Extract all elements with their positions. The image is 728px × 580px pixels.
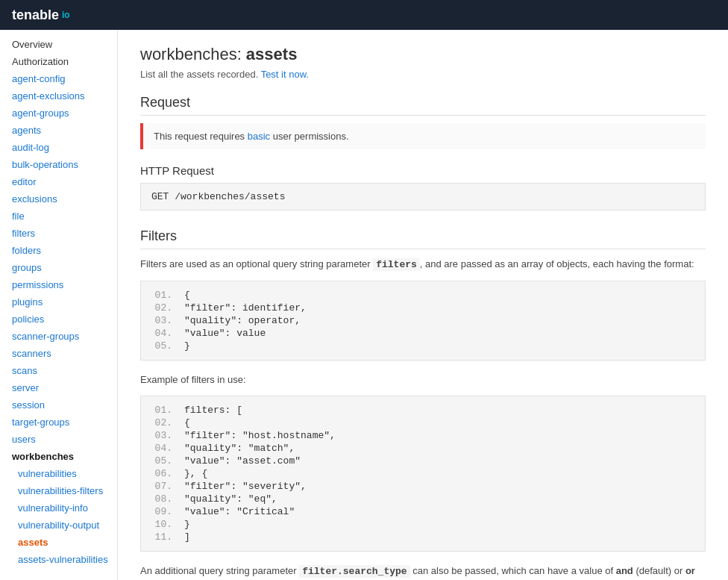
app-header: tenableio (0, 0, 728, 30)
sidebar-item-agent-config[interactable]: agent-config (0, 70, 117, 87)
additional-desc: An additional query string parameter fil… (140, 564, 706, 580)
code-line: 05.} (141, 340, 705, 352)
code-line: 02. "filter": identifier, (141, 302, 705, 314)
code-line: 06. }, { (141, 467, 705, 480)
filters-section-title: Filters (140, 228, 706, 249)
sidebar-item-editor[interactable]: editor (0, 173, 117, 190)
notice-box: This request requires basic user permiss… (140, 123, 706, 149)
filters-description: Filters are used as an optional query st… (140, 257, 706, 273)
test-it-now-link[interactable]: Test it now. (261, 69, 309, 80)
sidebar: OverviewAuthorizationagent-configagent-e… (0, 30, 118, 580)
page-title-bold: assets (246, 45, 298, 63)
http-request-title: HTTP Request (140, 164, 706, 177)
http-request-value: GET /workbenches/assets (151, 191, 285, 202)
sidebar-item-scanners[interactable]: scanners (0, 345, 117, 362)
sidebar-item-audit-log[interactable]: audit-log (0, 139, 117, 156)
sidebar-item-filters[interactable]: filters (0, 225, 117, 242)
logo-text: tenable (12, 7, 59, 23)
code-line: 10. } (141, 518, 705, 531)
sidebar-item-workbenches[interactable]: workbenches (0, 448, 117, 465)
logo-io: io (62, 10, 70, 20)
example-block: 01.filters: [02. {03. "filter": "host.ho… (140, 396, 706, 552)
sidebar-item-agent-groups[interactable]: agent-groups (0, 105, 117, 122)
logo: tenableio (12, 7, 70, 23)
filter-object-block: 01.{02. "filter": identifier,03. "qualit… (140, 281, 706, 361)
code-line: 02. { (141, 417, 705, 429)
main-content: workbenches: assets List all the assets … (118, 30, 728, 580)
code-line: 08. "quality": "eq", (141, 493, 705, 505)
code-line: 09. "value": "Critical" (141, 505, 705, 518)
page-title-prefix: workbenches: (140, 45, 246, 63)
example-label: Example of filters in use: (140, 372, 706, 388)
filter-search-type-code: filter.search_type (299, 565, 410, 578)
subtitle: List all the assets recorded. Test it no… (140, 69, 706, 80)
sidebar-item-vulnerabilities-filters[interactable]: vulnerabilities-filters (0, 482, 117, 499)
sidebar-item-policies[interactable]: policies (0, 311, 117, 328)
sidebar-item-authorization: Authorization (0, 53, 117, 70)
sidebar-item-permissions[interactable]: permissions (0, 276, 117, 293)
sidebar-item-vulnerabilities[interactable]: vulnerabilities (0, 465, 117, 482)
sidebar-item-agents[interactable]: agents (0, 122, 117, 139)
sidebar-item-folders[interactable]: folders (0, 242, 117, 259)
sidebar-item-plugins[interactable]: plugins (0, 293, 117, 311)
code-line: 07. "filter": "severity", (141, 480, 705, 493)
sidebar-item-bulk-operations[interactable]: bulk-operations (0, 156, 117, 173)
code-line: 04. "quality": "match", (141, 442, 705, 455)
sidebar-item-vulnerability-info[interactable]: vulnerability-info (0, 499, 117, 517)
code-line: 04. "value": value (141, 327, 705, 340)
sidebar-item-assets-vulnerabilities[interactable]: assets-vulnerabilities (0, 551, 117, 568)
sidebar-item-scanner-groups[interactable]: scanner-groups (0, 328, 117, 345)
code-line: 05. "value": "asset.com" (141, 455, 705, 467)
sidebar-item-session[interactable]: session (0, 396, 117, 414)
code-line: 01.filters: [ (141, 404, 705, 417)
sidebar-item-scans[interactable]: scans (0, 362, 117, 379)
sidebar-item-vulnerability-output[interactable]: vulnerability-output (0, 517, 117, 534)
sidebar-item-server[interactable]: server (0, 379, 117, 396)
sidebar-item-overview: Overview (0, 36, 117, 53)
sidebar-item-assets[interactable]: assets (0, 534, 117, 551)
request-section-title: Request (140, 95, 706, 116)
sidebar-item-agent-exclusions[interactable]: agent-exclusions (0, 87, 117, 105)
code-line: 03. "quality": operator, (141, 314, 705, 327)
sidebar-item-users[interactable]: users (0, 431, 117, 448)
sidebar-item-exclusions[interactable]: exclusions (0, 190, 117, 208)
sidebar-item-groups[interactable]: groups (0, 259, 117, 276)
code-line: 03. "filter": "host.hostname", (141, 429, 705, 442)
basic-link[interactable]: basic (248, 131, 270, 142)
and-text: and (616, 565, 633, 576)
sidebar-item-file[interactable]: file (0, 208, 117, 225)
sidebar-item-target-groups[interactable]: target-groups (0, 414, 117, 431)
filters-code: filters (373, 258, 420, 271)
or-text: or (685, 565, 695, 576)
code-line: 11.] (141, 531, 705, 543)
code-line: 01.{ (141, 289, 705, 302)
page-title: workbenches: assets (140, 45, 706, 64)
http-request-block: GET /workbenches/assets (140, 183, 706, 211)
